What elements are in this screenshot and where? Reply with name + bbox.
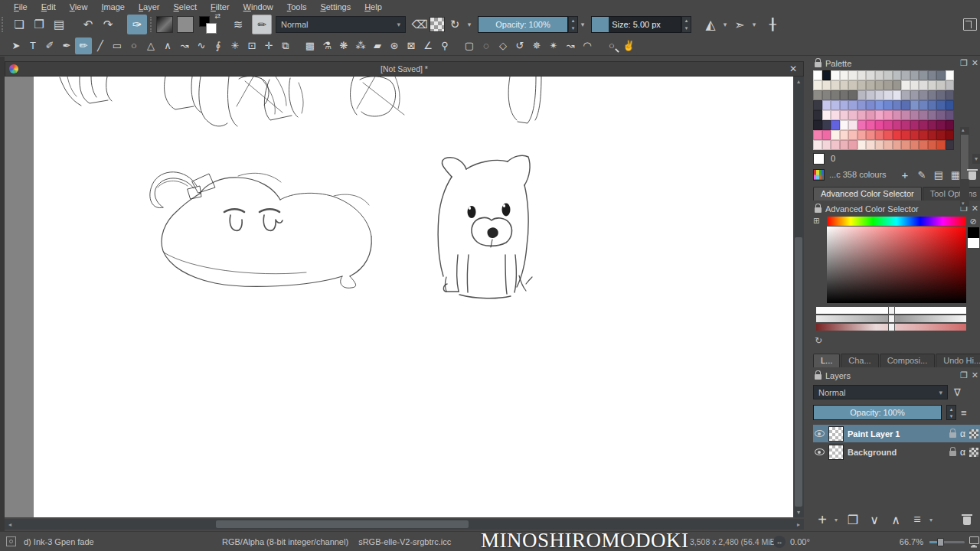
assistants-tool[interactable]: ⊠ — [403, 37, 420, 54]
ellipse-tool[interactable]: ○ — [126, 37, 142, 54]
layer-thumbnail[interactable] — [828, 426, 844, 442]
save-palette-icon[interactable]: ▤ — [931, 169, 946, 181]
palette-swatch[interactable] — [840, 90, 849, 100]
palette-swatch[interactable] — [822, 110, 831, 120]
blend-mode-dropdown[interactable]: Normal ▾ — [276, 16, 406, 33]
palette-swatch[interactable] — [928, 120, 937, 130]
palette-swatch[interactable] — [919, 140, 928, 150]
palette-swatch[interactable] — [813, 100, 822, 110]
layer-opacity-spinner[interactable]: ▴▾ — [946, 405, 956, 420]
palette-swatch[interactable] — [910, 110, 920, 120]
brush-size-slider[interactable]: Size: 5.00 px — [591, 16, 681, 33]
pan-tool[interactable]: ✌ — [620, 37, 637, 54]
palette-swatch[interactable] — [822, 140, 831, 150]
palette-swatch[interactable] — [919, 90, 928, 100]
palette-swatch[interactable] — [919, 80, 928, 90]
current-swatch[interactable] — [813, 153, 825, 165]
foreground-background-colors[interactable]: ⇄ — [198, 15, 219, 34]
palette-swatch[interactable] — [866, 90, 875, 100]
dynamic-brush-tool[interactable]: ∮ — [210, 37, 227, 54]
duplicate-layer-icon[interactable]: ❐ — [844, 513, 862, 527]
palette-swatch[interactable] — [946, 130, 955, 140]
alpha-lock-icon[interactable]: α — [960, 447, 965, 458]
palette-swatch[interactable] — [901, 130, 910, 140]
strip-handle[interactable] — [888, 315, 895, 323]
layer-lock-icon[interactable] — [949, 451, 956, 456]
palette-swatch[interactable] — [875, 110, 884, 120]
palette-swatch[interactable] — [858, 80, 867, 90]
palette-swatch[interactable] — [858, 90, 867, 100]
eraser-mode-icon[interactable]: ⌫ — [410, 15, 430, 34]
red-gradient-strip[interactable] — [816, 324, 966, 331]
palette-swatch[interactable] — [919, 130, 928, 140]
palette-swatch[interactable] — [910, 140, 920, 150]
vertical-scrollbar[interactable]: ▴ ▾ — [793, 77, 804, 517]
palette-swatch[interactable] — [901, 80, 910, 90]
palette-swatch[interactable] — [919, 110, 928, 120]
palette-swatch[interactable] — [866, 130, 875, 140]
palette-swatch[interactable] — [822, 100, 831, 110]
canvas-rotation-icon[interactable]: ↔ — [773, 536, 786, 548]
palette-swatch[interactable] — [884, 140, 893, 150]
palette-swatch[interactable] — [831, 140, 840, 150]
palette-swatch[interactable] — [901, 120, 910, 130]
scroll-down-icon[interactable]: ▾ — [962, 201, 965, 207]
palette-scrollbar[interactable]: ▴ ▾ — [960, 127, 969, 207]
palette-swatch[interactable] — [910, 80, 920, 90]
spin-down-icon[interactable]: ▾ — [682, 24, 691, 32]
scroll-left-icon[interactable]: ◂ — [5, 521, 15, 528]
palette-swatch[interactable] — [822, 130, 831, 140]
calligraphy-tool[interactable]: ✒ — [58, 37, 75, 54]
close-docker-icon[interactable]: ✕ — [972, 204, 978, 214]
colorize-mask-tool[interactable]: ❋ — [335, 37, 352, 54]
menu-layer[interactable]: Layer — [132, 2, 166, 12]
tab-cha[interactable]: Cha... — [841, 354, 878, 367]
palette-swatch[interactable] — [831, 100, 840, 110]
pattern-chip[interactable] — [177, 16, 194, 33]
transform-tool[interactable]: ⊡ — [243, 37, 260, 54]
palette-swatch[interactable] — [884, 70, 893, 80]
palette-swatch[interactable] — [831, 120, 840, 130]
palette-swatch[interactable] — [831, 90, 840, 100]
vertical-scroll-thumb[interactable] — [795, 237, 802, 507]
palette-swatch[interactable] — [848, 140, 858, 150]
delete-color-icon[interactable] — [969, 171, 976, 180]
palette-swatch[interactable] — [858, 130, 867, 140]
palette-swatch[interactable] — [822, 70, 831, 80]
palette-swatch[interactable] — [840, 140, 849, 150]
float-docker-icon[interactable]: ❐ — [960, 58, 968, 68]
menu-file[interactable]: File — [8, 2, 34, 12]
redo-icon[interactable]: ↷ — [98, 15, 118, 34]
strip-handle[interactable] — [888, 323, 895, 331]
shape-select-tool[interactable]: ➤ — [8, 37, 24, 54]
scroll-up-icon[interactable]: ▴ — [962, 127, 965, 133]
measure-tool[interactable]: ∠ — [420, 37, 436, 54]
palette-swatch[interactable] — [901, 100, 910, 110]
palette-swatch[interactable] — [813, 80, 822, 90]
palette-swatch[interactable] — [901, 140, 910, 150]
layer-properties-icon[interactable]: ≡ — [908, 513, 926, 527]
scroll-right-icon[interactable]: ▸ — [793, 521, 804, 528]
palette-swatch[interactable] — [919, 100, 928, 110]
palette-swatch[interactable] — [840, 130, 849, 140]
palette-swatch[interactable] — [910, 130, 920, 140]
palette-swatch[interactable] — [936, 140, 946, 150]
inherit-alpha-icon[interactable] — [969, 448, 978, 457]
palette-swatch[interactable] — [946, 120, 955, 130]
reference-images-tool[interactable]: ⚲ — [436, 37, 453, 54]
layer-thumbnail[interactable] — [828, 445, 844, 460]
palette-swatch[interactable] — [866, 70, 875, 80]
palette-swatch[interactable] — [928, 140, 937, 150]
add-color-icon[interactable]: + — [897, 168, 913, 181]
palette-swatch[interactable] — [884, 80, 893, 90]
palette-swatch[interactable] — [936, 110, 946, 120]
horizontal-scrollbar[interactable]: ◂ ▸ — [5, 519, 804, 530]
palette-swatch[interactable] — [822, 80, 831, 90]
fit-to-screen-icon[interactable] — [969, 536, 979, 544]
palette-swatch[interactable] — [848, 100, 858, 110]
undo-icon[interactable]: ↶ — [78, 15, 98, 34]
palette-swatch[interactable] — [875, 120, 884, 130]
open-document-icon[interactable]: ❐ — [29, 15, 49, 34]
close-docker-icon[interactable]: ✕ — [972, 58, 978, 68]
palette-swatch[interactable] — [919, 70, 928, 80]
